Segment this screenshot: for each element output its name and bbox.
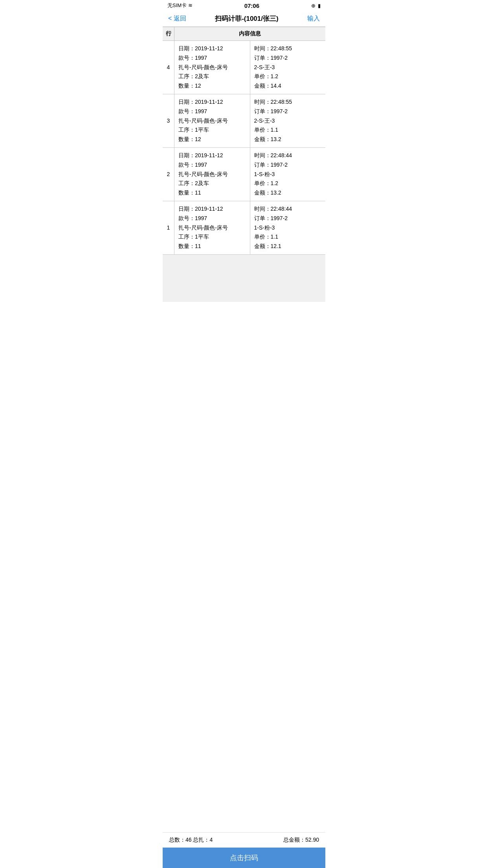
sim-status: 无SIM卡 ≋ bbox=[167, 2, 193, 9]
code-field: 扎号-尺码-颜色-床号 bbox=[178, 223, 246, 233]
table-row: 3 日期：2019-11-12 款号：1997 扎号-尺码-颜色-床号 工序：1… bbox=[163, 94, 325, 148]
time-field: 时间：22:48:55 bbox=[254, 44, 322, 53]
location-icon: ⊕ bbox=[311, 3, 316, 9]
back-button[interactable]: < 返回 bbox=[168, 15, 186, 23]
status-bar-time: 07:06 bbox=[244, 2, 259, 9]
qty-field: 数量：12 bbox=[178, 135, 246, 144]
row-right-info: 时间：22:48:44 订单：1997-2 1-S-粉-3 单价：1.2 金额：… bbox=[250, 148, 326, 201]
date-field: 日期：2019-11-12 bbox=[178, 44, 246, 53]
code-field: 扎号-尺码-颜色-床号 bbox=[178, 116, 246, 126]
row-number: 1 bbox=[163, 201, 174, 254]
spec-field: 1-S-粉-3 bbox=[254, 223, 322, 233]
nav-bar: < 返回 扫码计菲-(1001/张三) 输入 bbox=[163, 11, 325, 27]
header-row-col: 行 bbox=[163, 27, 174, 40]
status-bar-left: 无SIM卡 ≋ bbox=[167, 2, 193, 9]
row-number: 2 bbox=[163, 148, 174, 201]
row-content: 日期：2019-11-12 款号：1997 扎号-尺码-颜色-床号 工序：1平车… bbox=[174, 201, 325, 254]
order-field: 订单：1997-2 bbox=[254, 53, 322, 63]
time-field: 时间：22:48:55 bbox=[254, 97, 322, 107]
page-title: 扫码计菲-(1001/张三) bbox=[215, 14, 279, 23]
process-field: 工序：2及车 bbox=[178, 179, 246, 188]
spec-field: 2-S-王-3 bbox=[254, 116, 322, 126]
table-header: 行 内容信息 bbox=[163, 27, 325, 41]
process-field: 工序：2及车 bbox=[178, 72, 246, 81]
status-bar-right: ⊕ ▮ bbox=[311, 3, 321, 9]
date-field: 日期：2019-11-12 bbox=[178, 151, 246, 160]
qty-field: 数量：12 bbox=[178, 81, 246, 91]
date-field: 日期：2019-11-12 bbox=[178, 204, 246, 214]
empty-area bbox=[163, 255, 325, 302]
amount-field: 金额：14.4 bbox=[254, 81, 322, 91]
price-field: 单价：1.1 bbox=[254, 232, 322, 242]
code-field: 扎号-尺码-颜色-床号 bbox=[178, 63, 246, 72]
amount-field: 金额：12.1 bbox=[254, 242, 322, 251]
code-field: 扎号-尺码-颜色-床号 bbox=[178, 170, 246, 179]
status-bar: 无SIM卡 ≋ 07:06 ⊕ ▮ bbox=[163, 0, 325, 11]
row-content: 日期：2019-11-12 款号：1997 扎号-尺码-颜色-床号 工序：2及车… bbox=[174, 41, 325, 94]
data-table: 行 内容信息 4 日期：2019-11-12 款号：1997 扎号-尺码-颜色-… bbox=[163, 27, 325, 341]
row-left-info: 日期：2019-11-12 款号：1997 扎号-尺码-颜色-床号 工序：2及车… bbox=[174, 148, 250, 201]
spec-field: 2-S-王-3 bbox=[254, 63, 322, 72]
price-field: 单价：1.1 bbox=[254, 125, 322, 135]
table-row: 2 日期：2019-11-12 款号：1997 扎号-尺码-颜色-床号 工序：2… bbox=[163, 148, 325, 201]
style-field: 款号：1997 bbox=[178, 214, 246, 223]
input-button[interactable]: 输入 bbox=[307, 15, 320, 23]
spec-field: 1-S-粉-3 bbox=[254, 170, 322, 179]
price-field: 单价：1.2 bbox=[254, 179, 322, 188]
row-right-info: 时间：22:48:55 订单：1997-2 2-S-王-3 单价：1.2 金额：… bbox=[250, 41, 326, 94]
row-right-info: 时间：22:48:44 订单：1997-2 1-S-粉-3 单价：1.1 金额：… bbox=[250, 201, 326, 254]
style-field: 款号：1997 bbox=[178, 160, 246, 170]
order-field: 订单：1997-2 bbox=[254, 214, 322, 223]
date-field: 日期：2019-11-12 bbox=[178, 97, 246, 107]
row-content: 日期：2019-11-12 款号：1997 扎号-尺码-颜色-床号 工序：2及车… bbox=[174, 148, 325, 201]
amount-field: 金额：13.2 bbox=[254, 188, 322, 198]
row-content: 日期：2019-11-12 款号：1997 扎号-尺码-颜色-床号 工序：1平车… bbox=[174, 94, 325, 147]
row-number: 4 bbox=[163, 41, 174, 94]
style-field: 款号：1997 bbox=[178, 53, 246, 63]
table-row: 1 日期：2019-11-12 款号：1997 扎号-尺码-颜色-床号 工序：1… bbox=[163, 201, 325, 255]
order-field: 订单：1997-2 bbox=[254, 107, 322, 116]
price-field: 单价：1.2 bbox=[254, 72, 322, 81]
process-field: 工序：1平车 bbox=[178, 125, 246, 135]
time-field: 时间：22:48:44 bbox=[254, 151, 322, 160]
row-left-info: 日期：2019-11-12 款号：1997 扎号-尺码-颜色-床号 工序：1平车… bbox=[174, 94, 250, 147]
row-number: 3 bbox=[163, 94, 174, 147]
order-field: 订单：1997-2 bbox=[254, 160, 322, 170]
row-left-info: 日期：2019-11-12 款号：1997 扎号-尺码-颜色-床号 工序：1平车… bbox=[174, 201, 250, 254]
qty-field: 数量：11 bbox=[178, 242, 246, 251]
table-row: 4 日期：2019-11-12 款号：1997 扎号-尺码-颜色-床号 工序：2… bbox=[163, 41, 325, 94]
style-field: 款号：1997 bbox=[178, 107, 246, 116]
row-left-info: 日期：2019-11-12 款号：1997 扎号-尺码-颜色-床号 工序：2及车… bbox=[174, 41, 250, 94]
process-field: 工序：1平车 bbox=[178, 232, 246, 242]
row-right-info: 时间：22:48:55 订单：1997-2 2-S-王-3 单价：1.1 金额：… bbox=[250, 94, 326, 147]
battery-icon: ▮ bbox=[318, 3, 321, 9]
header-content-col: 内容信息 bbox=[174, 27, 325, 40]
qty-field: 数量：11 bbox=[178, 188, 246, 198]
time-field: 时间：22:48:44 bbox=[254, 204, 322, 214]
amount-field: 金额：13.2 bbox=[254, 135, 322, 144]
